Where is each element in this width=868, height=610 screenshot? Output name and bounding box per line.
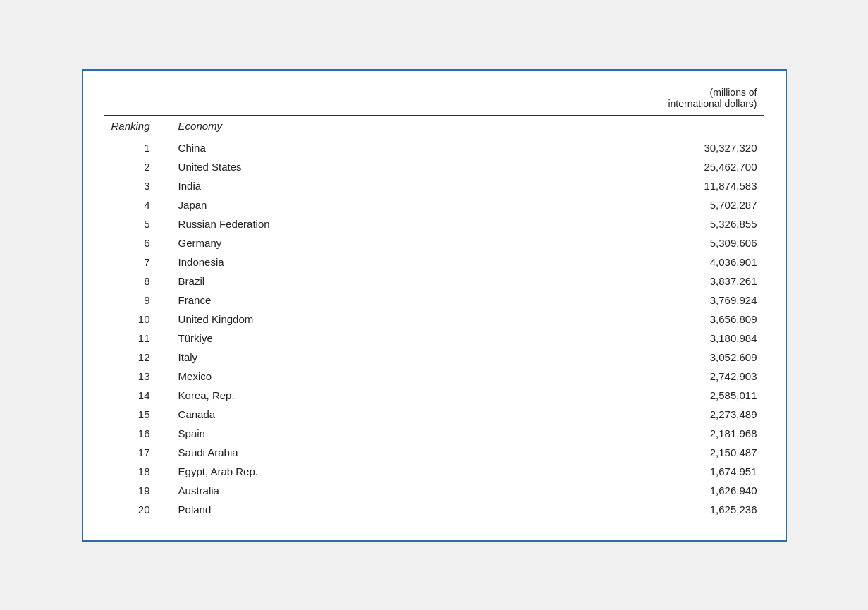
cell-value: 3,052,609	[472, 348, 764, 367]
units-line1: (millions of	[710, 87, 757, 98]
cell-ranking: 3	[104, 176, 171, 195]
cell-value: 1,674,951	[472, 462, 764, 481]
cell-ranking: 10	[104, 310, 171, 329]
cell-economy: Brazil	[171, 272, 472, 291]
table-row: 9France3,769,924	[104, 291, 764, 310]
cell-ranking: 2	[104, 157, 171, 176]
cell-economy: Japan	[171, 195, 472, 214]
table-row: 13Mexico2,742,903	[104, 367, 764, 386]
cell-economy: France	[171, 291, 472, 310]
table-row: 19Australia1,626,940	[104, 481, 764, 500]
cell-value: 4,036,901	[472, 252, 764, 272]
cell-economy: Canada	[171, 405, 472, 424]
cell-value: 25,462,700	[472, 157, 764, 176]
cell-economy: China	[171, 138, 472, 157]
cell-economy: Korea, Rep.	[171, 386, 472, 405]
cell-ranking: 11	[104, 329, 171, 348]
table-row: 3India11,874,583	[104, 176, 764, 195]
units-economy-cell	[171, 85, 472, 115]
cell-value: 5,309,606	[472, 233, 764, 252]
cell-economy: India	[171, 176, 472, 195]
table-row: 5Russian Federation5,326,855	[104, 214, 764, 233]
table-row: 11Türkiye3,180,984	[104, 329, 764, 348]
cell-ranking: 5	[104, 214, 171, 233]
table-row: 7Indonesia4,036,901	[104, 252, 764, 272]
cell-economy: Italy	[171, 348, 472, 367]
cell-ranking: 18	[104, 462, 171, 481]
table-row: 10United Kingdom3,656,809	[104, 310, 764, 329]
cell-ranking: 16	[104, 424, 171, 443]
cell-value: 2,273,489	[472, 405, 764, 424]
cell-economy: Germany	[171, 233, 472, 252]
cell-economy: Australia	[171, 481, 472, 500]
table-row: 16Spain2,181,968	[104, 424, 764, 443]
table-row: 4Japan5,702,287	[104, 195, 764, 214]
cell-economy: United Kingdom	[171, 310, 472, 329]
main-container: (millions of international dollars) Rank…	[82, 69, 787, 542]
cell-value: 3,837,261	[472, 272, 764, 291]
cell-ranking: 8	[104, 272, 171, 291]
cell-economy: Saudi Arabia	[171, 443, 472, 462]
units-value-cell: (millions of international dollars)	[472, 85, 764, 115]
cell-ranking: 15	[104, 405, 171, 424]
table-row: 15Canada2,273,489	[104, 405, 764, 424]
cell-economy: Türkiye	[171, 329, 472, 348]
table-row: 17Saudi Arabia2,150,487	[104, 443, 764, 462]
cell-ranking: 19	[104, 481, 171, 500]
cell-economy: United States	[171, 157, 472, 176]
cell-economy: Mexico	[171, 367, 472, 386]
units-row: (millions of international dollars)	[104, 85, 764, 115]
cell-value: 2,742,903	[472, 367, 764, 386]
cell-value: 5,326,855	[472, 214, 764, 233]
table-row: 12Italy3,052,609	[104, 348, 764, 367]
cell-economy: Egypt, Arab Rep.	[171, 462, 472, 481]
cell-value: 5,702,287	[472, 195, 764, 214]
cell-ranking: 9	[104, 291, 171, 310]
table-row: 14Korea, Rep.2,585,011	[104, 386, 764, 405]
table-row: 8Brazil3,837,261	[104, 272, 764, 291]
cell-ranking: 1	[104, 138, 171, 157]
cell-value: 1,626,940	[472, 481, 764, 500]
units-line2: international dollars)	[668, 98, 757, 109]
cell-ranking: 12	[104, 348, 171, 367]
cell-economy: Spain	[171, 424, 472, 443]
cell-value: 3,180,984	[472, 329, 764, 348]
cell-ranking: 7	[104, 252, 171, 272]
cell-value: 11,874,583	[472, 176, 764, 195]
cell-economy: Indonesia	[171, 252, 472, 272]
cell-value: 2,585,011	[472, 386, 764, 405]
cell-ranking: 20	[104, 500, 171, 519]
table-body: 1China30,327,3202United States25,462,700…	[104, 138, 764, 519]
cell-value: 2,181,968	[472, 424, 764, 443]
cell-value: 2,150,487	[472, 443, 764, 462]
table-row: 20Poland1,625,236	[104, 500, 764, 519]
cell-value: 30,327,320	[472, 138, 764, 157]
cell-ranking: 17	[104, 443, 171, 462]
col-header-ranking: Ranking	[104, 115, 171, 138]
cell-economy: Poland	[171, 500, 472, 519]
column-headers-row: Ranking Economy	[104, 115, 764, 138]
table-row: 1China30,327,320	[104, 138, 764, 157]
rankings-table: (millions of international dollars) Rank…	[104, 85, 764, 519]
cell-economy: Russian Federation	[171, 214, 472, 233]
cell-ranking: 14	[104, 386, 171, 405]
units-ranking-cell	[104, 85, 171, 115]
col-header-value	[472, 115, 764, 138]
cell-ranking: 6	[104, 233, 171, 252]
table-row: 2United States25,462,700	[104, 157, 764, 176]
col-header-economy: Economy	[171, 115, 472, 138]
table-row: 18Egypt, Arab Rep.1,674,951	[104, 462, 764, 481]
cell-ranking: 13	[104, 367, 171, 386]
table-row: 6Germany5,309,606	[104, 233, 764, 252]
cell-value: 3,656,809	[472, 310, 764, 329]
cell-value: 1,625,236	[472, 500, 764, 519]
cell-value: 3,769,924	[472, 291, 764, 310]
cell-ranking: 4	[104, 195, 171, 214]
